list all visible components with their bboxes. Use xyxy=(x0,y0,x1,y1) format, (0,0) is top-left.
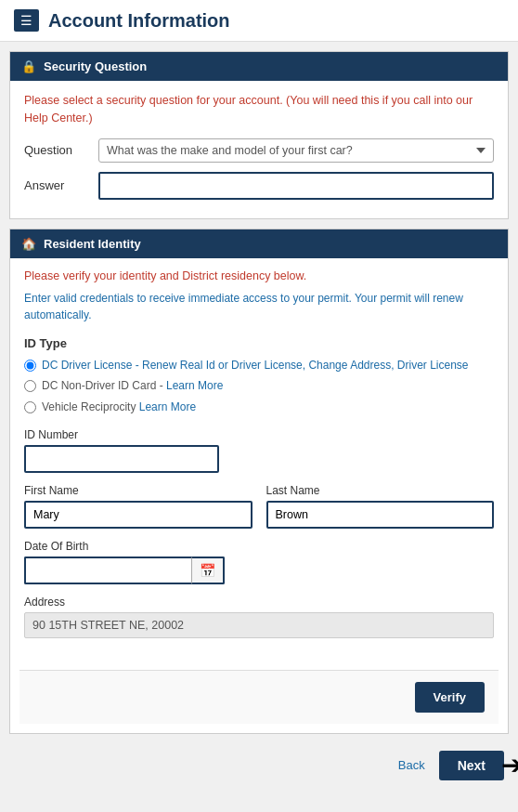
home-icon: 🏠 xyxy=(21,237,36,251)
resident-info-text: Please verify your identity and District… xyxy=(24,269,494,282)
dc-nondriver-label[interactable]: DC Non-Driver ID Card - Learn More xyxy=(42,378,223,394)
answer-label: Answer xyxy=(24,178,89,192)
vehicle-reciprocity-learn-more[interactable]: Learn More xyxy=(139,400,196,413)
dob-calendar-button[interactable]: 📅 xyxy=(191,557,225,584)
bottom-nav: Back Next ➔ xyxy=(0,743,518,794)
vehicle-reciprocity-radio[interactable] xyxy=(24,401,36,413)
last-name-field: Last Name xyxy=(266,484,495,529)
dc-nondriver-radio[interactable] xyxy=(24,380,36,392)
dc-driver-license-label[interactable]: DC Driver License - Renew Real Id or Dri… xyxy=(42,358,469,373)
id-type-radio-group: DC Driver License - Renew Real Id or Dri… xyxy=(24,358,494,415)
dc-nondriver-option: DC Non-Driver ID Card - Learn More xyxy=(24,378,494,394)
vehicle-reciprocity-option: Vehicle Reciprocity Learn More xyxy=(24,399,494,415)
resident-section: 🏠 Resident Identity Please verify your i… xyxy=(9,229,509,734)
answer-input[interactable] xyxy=(98,172,494,200)
dc-driver-license-option: DC Driver License - Renew Real Id or Dri… xyxy=(24,358,494,373)
last-name-input[interactable] xyxy=(266,501,495,529)
security-question-select[interactable]: What was the make and model of your firs… xyxy=(98,138,494,163)
first-name-field: First Name xyxy=(24,484,253,529)
next-arrow-indicator: ➔ xyxy=(501,750,518,780)
resident-section-header: 🏠 Resident Identity xyxy=(10,229,508,258)
first-name-label: First Name xyxy=(24,484,253,497)
first-name-input[interactable] xyxy=(24,501,253,529)
id-number-label: ID Number xyxy=(24,428,494,441)
verify-footer: Verify xyxy=(19,670,499,724)
page-title: Account Information xyxy=(48,10,230,32)
page-header: ☰ Account Information xyxy=(0,0,518,42)
id-type-label: ID Type xyxy=(24,336,494,350)
dc-driver-license-radio[interactable] xyxy=(24,360,36,372)
vehicle-reciprocity-label[interactable]: Vehicle Reciprocity Learn More xyxy=(42,399,196,415)
address-field: Address xyxy=(24,596,494,638)
name-row: First Name Last Name xyxy=(24,484,494,529)
resident-section-title: Resident Identity xyxy=(44,237,141,251)
security-section-body: Please select a security question for yo… xyxy=(10,81,508,218)
lock-icon: 🔒 xyxy=(21,59,36,73)
question-row: Question What was the make and model of … xyxy=(24,138,494,163)
address-input xyxy=(24,612,494,638)
security-info-text: Please select a security question for yo… xyxy=(24,92,494,127)
next-button[interactable]: Next xyxy=(439,751,504,780)
question-label: Question xyxy=(24,143,89,157)
security-section: 🔒 Security Question Please select a secu… xyxy=(9,51,509,219)
dob-field: Date Of Birth 📅 xyxy=(24,540,494,584)
dob-label: Date Of Birth xyxy=(24,540,494,553)
resident-sub-text: Enter valid credentials to receive immed… xyxy=(24,290,494,323)
resident-section-body: Please verify your identity and District… xyxy=(10,258,508,661)
verify-button[interactable]: Verify xyxy=(415,682,485,713)
dob-input[interactable] xyxy=(24,557,191,584)
address-label: Address xyxy=(24,596,494,609)
security-section-title: Security Question xyxy=(44,59,147,73)
back-link[interactable]: Back xyxy=(398,758,425,772)
id-number-field: ID Number xyxy=(24,428,494,473)
dob-row: 📅 xyxy=(24,557,494,584)
security-section-header: 🔒 Security Question xyxy=(10,52,508,81)
account-info-icon: ☰ xyxy=(14,9,39,32)
last-name-label: Last Name xyxy=(266,484,495,497)
answer-row: Answer xyxy=(24,172,494,200)
id-number-input[interactable] xyxy=(24,445,219,473)
dc-nondriver-learn-more[interactable]: Learn More xyxy=(166,379,223,392)
